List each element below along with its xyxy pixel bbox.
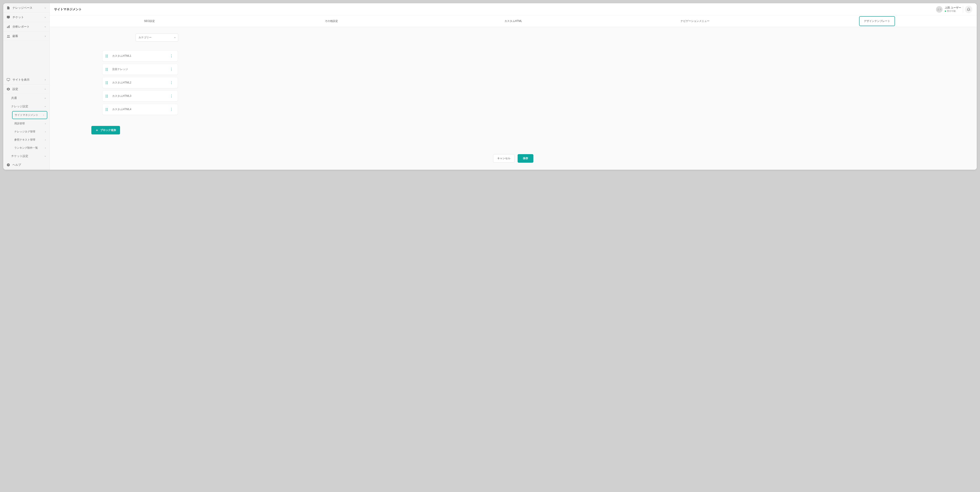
svg-point-39 bbox=[107, 110, 108, 111]
avatar: 上ユ bbox=[936, 6, 943, 13]
add-block-label: ブロック追加 bbox=[100, 128, 116, 132]
drag-handle-icon[interactable] bbox=[106, 68, 108, 71]
block-list: カスタムHTML1 ⋮ 注目ナレッジ ⋮ カスタムHTML2 ⋮ bbox=[102, 50, 178, 115]
sidebar-item-tickets[interactable]: チケット bbox=[3, 13, 49, 22]
chevron-down-icon bbox=[44, 16, 46, 19]
sidebar-item-view-site[interactable]: サイトを表示 bbox=[3, 75, 49, 84]
svg-point-27 bbox=[107, 83, 108, 84]
sidebar-item-customers[interactable]: 顧客 bbox=[3, 32, 49, 41]
chevron-down-icon bbox=[44, 155, 46, 157]
sidebar-sub-ranking-exclusion[interactable]: ランキング除外一覧 bbox=[3, 144, 49, 152]
chevron-right-icon bbox=[44, 139, 46, 141]
sidebar-item-knowledge-base[interactable]: ナレッジベース bbox=[3, 3, 49, 13]
chevron-down-icon bbox=[44, 97, 46, 99]
chat-icon bbox=[6, 15, 10, 19]
gear-icon bbox=[6, 87, 10, 91]
kebab-menu-icon[interactable]: ⋮ bbox=[169, 81, 175, 84]
block-card[interactable]: カスタムHTML1 ⋮ bbox=[102, 50, 178, 62]
svg-point-34 bbox=[106, 108, 107, 109]
svg-point-28 bbox=[106, 95, 107, 95]
sidebar-item-analytics[interactable]: 分析レポート bbox=[3, 22, 49, 32]
svg-point-25 bbox=[107, 83, 108, 83]
chevron-right-icon bbox=[43, 114, 45, 116]
sidebar: ナレッジベース チケット 分析レポート bbox=[3, 3, 50, 170]
svg-point-33 bbox=[107, 97, 108, 97]
sidebar-item-label: サイトを表示 bbox=[13, 78, 44, 82]
svg-point-16 bbox=[106, 68, 107, 68]
main-panel: サイトマネジメント 上ユ 上田 ユーザー 受付可能 bbox=[50, 3, 977, 170]
sidebar-sub-term-management[interactable]: 用語管理 bbox=[3, 119, 49, 128]
sidebar-sub-site-management[interactable]: サイトマネジメント bbox=[12, 111, 47, 119]
block-card[interactable]: カスタムHTML2 ⋮ bbox=[102, 77, 178, 88]
app-frame: ナレッジベース チケット 分析レポート bbox=[3, 3, 977, 170]
svg-point-32 bbox=[106, 97, 107, 97]
tab-seo[interactable]: SEO設定 bbox=[59, 16, 240, 27]
drag-handle-icon[interactable] bbox=[106, 95, 108, 98]
user-status-label: 受付可能 bbox=[947, 10, 956, 13]
drag-handle-icon[interactable] bbox=[106, 108, 108, 111]
status-dot-icon bbox=[945, 11, 946, 12]
kebab-menu-icon[interactable]: ⋮ bbox=[169, 94, 175, 98]
svg-point-13 bbox=[107, 56, 108, 56]
sidebar-item-label: サイトマネジメント bbox=[15, 113, 43, 117]
block-label: カスタムHTML4 bbox=[112, 108, 169, 111]
user-area[interactable]: 上ユ 上田 ユーザー 受付可能 bbox=[936, 6, 961, 13]
block-card[interactable]: カスタムHTML4 ⋮ bbox=[102, 104, 178, 115]
block-card[interactable]: 注目ナレッジ ⋮ bbox=[102, 64, 178, 75]
svg-rect-2 bbox=[9, 25, 10, 28]
kebab-menu-icon[interactable]: ⋮ bbox=[169, 68, 175, 71]
save-button[interactable]: 保存 bbox=[518, 154, 533, 163]
add-block-button[interactable]: ＋ ブロック追加 bbox=[91, 126, 120, 135]
tab-other[interactable]: その他設定 bbox=[240, 16, 422, 27]
user-status: 受付可能 bbox=[945, 10, 961, 13]
sidebar-item-label: ランキング除外一覧 bbox=[14, 146, 44, 150]
content-area: カテゴリー ▾ カスタムHTML1 ⋮ 注目ナレッジ ⋮ bbox=[50, 27, 977, 170]
sidebar-item-label: 分析レポート bbox=[13, 25, 44, 29]
chevron-down-icon bbox=[44, 7, 46, 9]
svg-point-37 bbox=[107, 109, 108, 110]
sidebar-sub-tag-management[interactable]: ナレッジタグ管理 bbox=[3, 128, 49, 136]
svg-point-15 bbox=[107, 57, 108, 57]
sidebar-sub-knowledge-settings[interactable]: ナレッジ設定 bbox=[3, 102, 49, 111]
svg-point-11 bbox=[107, 54, 108, 55]
tab-design-template[interactable]: デザインテンプレート bbox=[786, 16, 968, 27]
kebab-menu-icon[interactable]: ⋮ bbox=[169, 108, 175, 111]
sidebar-item-help[interactable]: ? ヘルプ bbox=[3, 160, 49, 170]
svg-point-23 bbox=[107, 81, 108, 82]
drag-handle-icon[interactable] bbox=[106, 81, 108, 84]
svg-point-31 bbox=[107, 96, 108, 96]
sidebar-item-label: 用語管理 bbox=[14, 122, 44, 125]
user-name: 上田 ユーザー bbox=[945, 6, 961, 10]
block-card[interactable]: カスタムHTML3 ⋮ bbox=[102, 90, 178, 102]
chevron-right-icon bbox=[44, 122, 46, 125]
sidebar-item-settings[interactable]: 設定 bbox=[3, 84, 49, 94]
svg-point-35 bbox=[107, 108, 108, 109]
chevron-up-icon bbox=[44, 105, 46, 108]
drag-handle-icon[interactable] bbox=[106, 54, 108, 57]
svg-rect-0 bbox=[7, 27, 8, 28]
kebab-menu-icon[interactable]: ⋮ bbox=[169, 54, 175, 58]
sidebar-sub-common[interactable]: 共通 bbox=[3, 94, 49, 102]
topbar: サイトマネジメント 上ユ 上田 ユーザー 受付可能 bbox=[50, 3, 977, 16]
notifications-button[interactable] bbox=[965, 6, 972, 13]
chevron-right-icon bbox=[44, 79, 46, 81]
sidebar-sub-ticket-settings[interactable]: チケット設定 bbox=[3, 152, 49, 160]
svg-point-36 bbox=[106, 109, 107, 110]
sidebar-item-label: 参照テキスト管理 bbox=[14, 138, 44, 142]
category-select[interactable]: カテゴリー ▾ bbox=[135, 33, 178, 41]
tab-custom-html[interactable]: カスタムHTML bbox=[422, 16, 604, 27]
tab-label: その他設定 bbox=[325, 19, 338, 23]
plus-icon: ＋ bbox=[95, 128, 99, 132]
svg-point-26 bbox=[106, 83, 107, 84]
tab-nav-menu[interactable]: ナビゲーションメニュー bbox=[604, 16, 786, 27]
bell-icon bbox=[967, 8, 970, 11]
sidebar-sub-reference-text[interactable]: 参照テキスト管理 bbox=[3, 136, 49, 144]
sidebar-item-label: ナレッジベース bbox=[13, 6, 44, 10]
sidebar-item-label: ヘルプ bbox=[13, 163, 46, 167]
svg-point-12 bbox=[106, 56, 107, 56]
cancel-button[interactable]: キャンセル bbox=[493, 154, 514, 163]
tab-label: SEO設定 bbox=[144, 19, 155, 23]
people-icon bbox=[6, 34, 10, 38]
page-title: サイトマネジメント bbox=[54, 8, 82, 11]
chevron-right-icon bbox=[44, 131, 46, 133]
